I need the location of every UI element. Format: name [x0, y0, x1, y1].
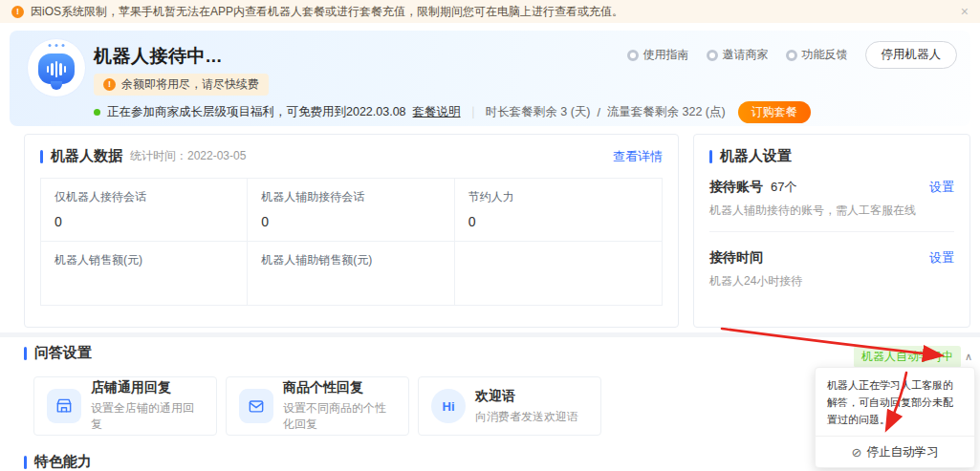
popup-text: 机器人正在学习人工客服的解答，可自动回复部分未配置过的问题。 [827, 376, 963, 428]
ios-limit-banner: ! 因iOS系统限制，苹果手机暂无法在APP内查看机器人套餐或进行套餐充值，限制… [0, 0, 980, 23]
stop-label: 停止自动学习 [866, 444, 938, 460]
time-settings-link[interactable]: 设置 [929, 249, 954, 267]
robot-data-head: 机器人数据 统计时间：2022-03-05 查看详情 [25, 135, 678, 174]
stat-label: 节约人力 [468, 189, 648, 205]
invite-link[interactable]: 邀请商家 [707, 47, 769, 63]
card-desc: 设置不同商品的个性化回复 [283, 400, 396, 433]
feedback-icon [786, 50, 797, 61]
auto-learn-toggle[interactable]: 机器人自动学习中 ∧ [854, 346, 972, 368]
sound-wave-icon [38, 54, 75, 84]
robot-data-title: 机器人数据 [51, 147, 122, 165]
stat-label: 仅机器人接待会话 [54, 189, 233, 205]
account-settings-link[interactable]: 设置 [929, 179, 954, 196]
disable-robot-button[interactable]: 停用机器人 [865, 41, 958, 69]
balance-alert-text: 余额即将用尽，请尽快续费 [121, 76, 259, 93]
stat-value: 0 [54, 214, 233, 229]
shop-icon [47, 389, 81, 423]
slash: / [598, 106, 600, 119]
title-bar [709, 150, 712, 163]
page-title: 机器人接待中... [94, 44, 222, 69]
stat-value: 0 [261, 214, 440, 229]
guide-label: 使用指南 [643, 47, 689, 63]
stat-cell: 机器人销售额(元) [41, 242, 248, 305]
product-reply-card[interactable]: 商品个性回复 设置不同商品的个性化回复 [226, 376, 409, 436]
header-card: 机器人接待中... 使用指南 邀请商家 功能反馈 停用机器人 ! 余额即将用尽，… [10, 31, 970, 126]
stat-cell: 仅机器人接待会话 0 [41, 179, 248, 242]
warning-icon: ! [103, 78, 116, 91]
title-bar [40, 150, 43, 163]
banner-text: 因iOS系统限制，苹果手机暂无法在APP内查看机器人套餐或进行套餐充值，限制期间… [31, 4, 623, 20]
close-icon[interactable]: × [961, 4, 969, 19]
auto-learn-popup: 机器人正在学习人工客服的解答，可自动回复部分未配置过的问题。 ⊘ 停止自动学习 [815, 367, 975, 468]
account-count: 67个 [771, 179, 796, 196]
antenna-dots-icon [49, 44, 65, 47]
robot-settings-head: 机器人设置 [694, 135, 969, 174]
invite-icon [707, 50, 718, 61]
title-bar [24, 347, 27, 360]
feedback-link[interactable]: 功能反馈 [786, 47, 848, 63]
stop-icon: ⊘ [852, 445, 862, 460]
robot-avatar [27, 38, 86, 97]
stat-label: 机器人销售额(元) [54, 252, 233, 268]
header-actions: 使用指南 邀请商家 功能反馈 停用机器人 [627, 41, 958, 69]
setting-label: 接待时间 [709, 249, 763, 267]
card-title: 店铺通用回复 [91, 379, 204, 396]
card-title: 欢迎语 [475, 388, 578, 405]
welcome-message-card[interactable]: Hi 欢迎语 向消费者发送欢迎语 [418, 376, 601, 436]
robot-reception-page: ! 因iOS系统限制，苹果手机暂无法在APP内查看机器人套餐或进行套餐充值，限制… [0, 0, 980, 471]
promo-row: 正在参加商家成长层级项目福利，可免费用到2022.03.08 套餐说明 ｜ 时长… [94, 101, 811, 123]
auto-learn-badge: 机器人自动学习中 [854, 346, 961, 368]
order-plan-button[interactable]: 订购套餐 [738, 101, 811, 123]
invite-label: 邀请商家 [723, 47, 769, 63]
balance-alert: ! 余额即将用尽，请尽快续费 [94, 74, 269, 96]
duration-remaining-text: 时长套餐剩余 3 (天) [486, 104, 591, 120]
stat-cell: 机器人辅助销售额(元) [248, 242, 454, 305]
stat-label: 机器人辅助接待会话 [261, 189, 440, 205]
guide-icon [627, 50, 639, 61]
card-desc: 设置全店铺的通用回复 [91, 400, 204, 433]
plan-detail-link[interactable]: 套餐说明 [413, 104, 461, 120]
shop-reply-card[interactable]: 店铺通用回复 设置全店铺的通用回复 [33, 376, 217, 436]
chevron-up-icon: ∧ [965, 351, 972, 363]
view-detail-link[interactable]: 查看详情 [613, 148, 663, 165]
mail-icon [239, 389, 273, 423]
hi-icon: Hi [431, 389, 466, 423]
setting-desc: 机器人24小时接待 [709, 273, 954, 289]
setting-item-account: 接待账号 67个 设置 机器人辅助接待的账号，需人工客服在线 [694, 174, 969, 219]
robot-settings-title: 机器人设置 [720, 147, 792, 165]
stat-cell: 机器人辅助接待会话 0 [248, 179, 454, 242]
title-bar [24, 456, 27, 469]
stat-cell-empty [455, 242, 662, 305]
robot-chin-icon [51, 81, 62, 90]
info-icon: ! [11, 6, 24, 18]
flow-remaining-text: 流量套餐剩余 322 (点) [607, 104, 726, 120]
qa-section-title: 问答设置 [24, 344, 92, 362]
stat-cell: 节约人力 0 [455, 179, 662, 242]
card-desc: 向消费者发送欢迎语 [475, 409, 578, 425]
qa-title-text: 问答设置 [34, 344, 92, 362]
robot-settings-panel: 机器人设置 接待账号 67个 设置 机器人辅助接待的账号，需人工客服在线 接待时… [693, 134, 970, 328]
green-dot-icon [94, 109, 100, 116]
separator: ｜ [468, 104, 479, 120]
stat-value: 0 [468, 214, 648, 229]
stat-time: 统计时间：2022-03-05 [130, 148, 246, 164]
robot-data-panel: 机器人数据 统计时间：2022-03-05 查看详情 仅机器人接待会话 0 机器… [24, 134, 679, 328]
feature-section-title: 特色能力 [24, 453, 92, 471]
stat-label: 机器人辅助销售额(元) [261, 252, 440, 268]
guide-link[interactable]: 使用指南 [627, 47, 689, 63]
stop-auto-learn-button[interactable]: ⊘ 停止自动学习 [827, 437, 963, 467]
section-divider [0, 332, 980, 337]
feedback-label: 功能反馈 [802, 47, 848, 63]
stat-grid: 仅机器人接待会话 0 机器人辅助接待会话 0 节约人力 0 机器人销售额(元) … [40, 178, 663, 306]
divider [709, 231, 954, 232]
setting-desc: 机器人辅助接待的账号，需人工客服在线 [709, 203, 954, 219]
setting-label: 接待账号 [709, 179, 763, 196]
qa-cards: 店铺通用回复 设置全店铺的通用回复 商品个性回复 设置不同商品的个性化回复 Hi… [33, 376, 601, 436]
feature-title-text: 特色能力 [34, 453, 92, 471]
card-title: 商品个性回复 [283, 379, 396, 396]
promo-status-text: 正在参加商家成长层级项目福利，可免费用到2022.03.08 [107, 104, 406, 120]
setting-item-time: 接待时间 设置 机器人24小时接待 [694, 245, 969, 289]
